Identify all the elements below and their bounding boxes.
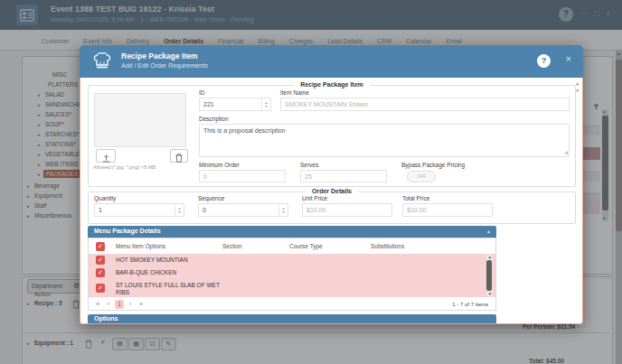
panel-title: Menu Package Details	[94, 228, 161, 234]
total-price-value: $10.00	[407, 207, 426, 213]
sequence-value: 0	[203, 207, 206, 213]
unit-price-label: Unit Price	[302, 195, 327, 201]
dialog-title: Recipe Package Item	[121, 51, 198, 61]
first-page-button[interactable]: «	[93, 300, 102, 309]
collapse-icon[interactable]: ▲	[486, 229, 491, 234]
app-window: Event 1388 TEST BUG 19122 - Krissia Test…	[0, 0, 622, 364]
table-row[interactable]: ✓ HOT SMOKEY MOUNTIAN	[89, 254, 495, 267]
sequence-label: Sequence	[198, 195, 224, 201]
upload-icon	[102, 154, 110, 163]
quantity-stepper[interactable]: 1 ▲▼	[94, 203, 184, 217]
current-page-button[interactable]: 1	[115, 300, 124, 309]
panel-title: Options	[94, 315, 118, 322]
sequence-spinner[interactable]: ▲▼	[278, 204, 287, 216]
quantity-label: Quantity	[94, 195, 116, 201]
id-spinner[interactable]: ▲▼	[261, 98, 270, 110]
minimum-order-input[interactable]: 0	[199, 170, 286, 182]
total-price-label: Total Price	[402, 195, 429, 201]
serves-value: 25	[305, 173, 312, 180]
item-image-placeholder	[94, 93, 186, 147]
item-name-input[interactable]: SMOKEY MOUNTAIN Shawn	[280, 98, 570, 111]
next-page-button[interactable]: ›	[126, 300, 135, 309]
table-scroll-up-icon[interactable]: ▲	[488, 255, 492, 259]
delete-image-button[interactable]	[170, 149, 188, 163]
section-legend: Recipe Package Item	[294, 81, 370, 88]
menu-item-name: BAR-B-QUE CHICKEN	[116, 269, 233, 276]
bypass-package-pricing-toggle[interactable]: OFF	[407, 171, 436, 182]
upload-allowed-note: Allowed (*.jpg, *.png) <5 MB	[93, 164, 156, 170]
dialog-scroll-up-icon[interactable]: ▲	[576, 81, 580, 86]
description-textarea[interactable]: This is a proposal description ◢	[199, 124, 570, 157]
menu-item-name: HOT SMOKEY MOUNTIAN	[116, 257, 233, 264]
recipe-package-item-dialog: Recipe Package Item Add / Edit Order Req…	[80, 45, 583, 324]
column-substitutions: Substitutions	[371, 243, 404, 249]
column-menu-item-options: Menu Item Options	[116, 243, 165, 249]
menu-package-details-header[interactable]: Menu Package Details ▲	[88, 226, 496, 238]
chef-hat-icon	[90, 50, 114, 73]
serves-input[interactable]: 25	[300, 170, 387, 182]
column-section: Section	[222, 243, 242, 249]
item-name-label: Item Name	[280, 89, 309, 96]
serves-label: Serves	[300, 162, 318, 168]
dialog-header[interactable]: Recipe Package Item Add / Edit Order Req…	[80, 45, 583, 78]
unit-price-input[interactable]: $10.00	[302, 203, 392, 217]
id-value: 221	[203, 101, 214, 107]
resize-handle-icon[interactable]: ◢	[564, 147, 568, 156]
id-input[interactable]: 221 ▲▼	[199, 98, 271, 111]
table-row[interactable]: ✓ ST LOUIS STYLE FULL SLAB OF WET RIBS	[89, 279, 495, 298]
quantity-value: 1	[99, 207, 102, 213]
section-legend: Order Details	[306, 188, 358, 194]
select-all-checkbox[interactable]: ✓	[96, 242, 105, 251]
dialog-subtitle: Add / Edit Order Requirements	[121, 62, 208, 69]
options-panel-header[interactable]: Options	[88, 314, 496, 324]
menu-items-table: ✓ Menu Item Options Section Course Type …	[88, 238, 496, 311]
row-checkbox[interactable]: ✓	[96, 256, 105, 265]
row-checkbox[interactable]: ✓	[96, 284, 105, 293]
bypass-package-pricing-label: Bypass Package Pricing	[401, 162, 465, 168]
dialog-body: ▲ ▼ Recipe Package Item Allowed (*.jpg, …	[80, 78, 583, 324]
table-row[interactable]: ✓ BAR-B-QUE CHICKEN	[89, 266, 495, 280]
dialog-scroll-down-icon[interactable]: ▼	[576, 89, 580, 93]
last-page-button[interactable]: »	[137, 300, 146, 309]
item-name-value: SMOKEY MOUNTAIN Shawn	[285, 101, 368, 107]
recipe-package-item-section: Recipe Package Item Allowed (*.jpg, *.pn…	[88, 85, 576, 187]
pagination-info: 1 - 7 of 7 items	[452, 302, 488, 307]
id-label: ID	[199, 89, 205, 96]
minimum-order-value: 0	[203, 173, 207, 180]
table-scroll-down-icon[interactable]: ▼	[488, 292, 492, 296]
trash-icon	[175, 154, 183, 163]
description-label: Description	[199, 116, 229, 122]
description-value: This is a proposal description	[203, 127, 286, 134]
quantity-spinner[interactable]: ▲▼	[174, 204, 184, 216]
menu-item-name: ST LOUIS STYLE FULL SLAB OF WET RIBS	[116, 282, 222, 296]
minimum-order-label: Minimum Order	[199, 162, 240, 168]
table-scrollbar-thumb[interactable]	[486, 260, 492, 291]
order-details-section: Order Details Quantity 1 ▲▼ Sequence 0 ▲…	[88, 191, 576, 224]
unit-price-value: $10.00	[306, 207, 325, 213]
menu-package-details-panel: Menu Package Details ▲ ✓ Menu Item Optio…	[88, 226, 496, 311]
dialog-help-icon[interactable]: ?	[537, 54, 551, 68]
total-price-input[interactable]: $10.00	[402, 203, 493, 217]
sequence-stepper[interactable]: 0 ▲▼	[198, 203, 288, 217]
prev-page-button[interactable]: ‹	[104, 300, 113, 309]
column-course-type: Course Type	[289, 243, 323, 249]
upload-image-button[interactable]	[96, 149, 116, 163]
row-checkbox[interactable]: ✓	[96, 268, 105, 277]
dialog-close-icon[interactable]: ×	[566, 54, 571, 64]
